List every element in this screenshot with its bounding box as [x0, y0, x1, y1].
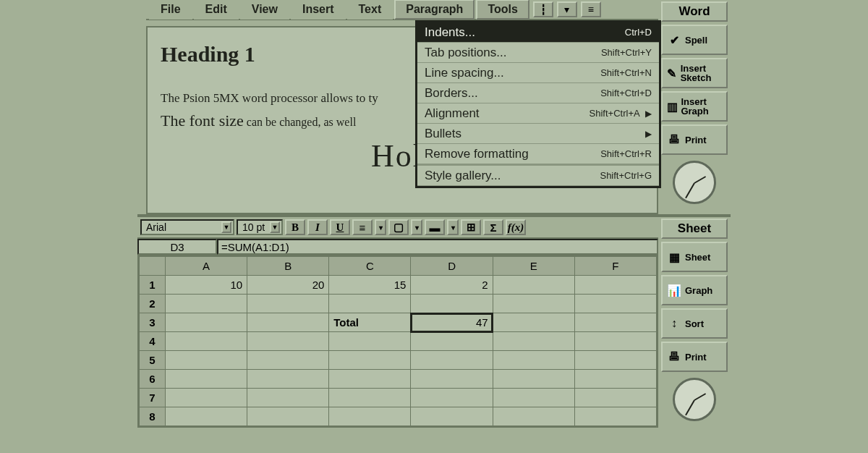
menu-tools[interactable]: Tools	[476, 0, 529, 20]
cell[interactable]	[166, 370, 247, 389]
cell[interactable]	[411, 389, 493, 407]
col-header-f[interactable]: F	[574, 257, 656, 276]
col-header-b[interactable]: B	[247, 257, 329, 276]
menu-item-alignment[interactable]: Alignment Shift+Ctrl+A ▶	[417, 103, 659, 124]
menu-item-line-spacing[interactable]: Line spacing... Shift+Ctrl+N	[417, 63, 659, 83]
font-size-selector[interactable]: 10 pt ▼	[237, 219, 283, 235]
print-button[interactable]: 🖶 Print	[661, 342, 728, 372]
menu-item-remove-formatting[interactable]: Remove formatting Shift+Ctrl+R	[417, 144, 659, 164]
cell[interactable]	[166, 407, 247, 426]
menu-text[interactable]: Text	[347, 0, 393, 20]
cell[interactable]	[411, 351, 493, 370]
cell[interactable]	[574, 370, 656, 389]
row-header-5[interactable]: 5	[140, 351, 166, 370]
cell[interactable]	[411, 407, 493, 426]
italic-button[interactable]: I	[307, 219, 328, 235]
cell[interactable]	[574, 389, 656, 407]
cell-e3[interactable]	[493, 313, 574, 332]
cell[interactable]	[574, 351, 656, 370]
bold-button[interactable]: B	[285, 219, 305, 235]
bulleted-list-icon[interactable]: ≡	[581, 1, 601, 17]
cell[interactable]	[247, 389, 329, 407]
cell-c1[interactable]: 15	[329, 276, 411, 295]
spreadsheet-grid[interactable]: A B C D E F 1 10 20 15 2 2	[137, 255, 658, 428]
underline-button[interactable]: U	[330, 219, 350, 235]
row-header-8[interactable]: 8	[140, 407, 166, 426]
cell[interactable]	[329, 332, 411, 351]
row-header-4[interactable]: 4	[140, 332, 166, 351]
row-header-1[interactable]: 1	[140, 276, 166, 295]
menu-paragraph[interactable]: Paragraph	[394, 0, 475, 20]
col-header-c[interactable]: C	[329, 257, 411, 276]
chevron-down-icon[interactable]: ▼	[270, 221, 280, 233]
row-header-6[interactable]: 6	[140, 370, 166, 389]
cell[interactable]	[493, 332, 574, 351]
row-header-7[interactable]: 7	[140, 389, 166, 407]
fill-button[interactable]: ▬	[425, 219, 445, 235]
cell-reference-box[interactable]: D3	[137, 239, 217, 255]
menu-view[interactable]: View	[240, 0, 289, 20]
cell[interactable]	[329, 351, 411, 370]
col-header-a[interactable]: A	[166, 257, 247, 276]
chevron-down-icon[interactable]: ▼	[221, 221, 231, 233]
cell[interactable]	[493, 389, 574, 407]
spell-button[interactable]: ✔ Spell	[661, 25, 728, 55]
cell-b3[interactable]	[247, 313, 329, 332]
dropdown-icon[interactable]: ▾	[557, 1, 577, 17]
cell[interactable]	[166, 332, 247, 351]
function-button[interactable]: f(x)	[506, 219, 526, 235]
sort-button[interactable]: ↕ Sort	[661, 308, 728, 339]
cell[interactable]	[411, 370, 493, 389]
cell[interactable]	[247, 351, 329, 370]
borders-button[interactable]: ▢	[388, 219, 409, 235]
cell[interactable]	[329, 407, 411, 426]
cell-c3[interactable]: Total	[329, 313, 411, 332]
align-button[interactable]: ≡	[352, 219, 373, 235]
cell[interactable]	[247, 332, 329, 351]
menu-file[interactable]: File	[149, 0, 192, 20]
cell-a1[interactable]: 10	[166, 276, 247, 295]
menu-item-borders[interactable]: Borders... Shift+Ctrl+D	[417, 83, 659, 103]
cell[interactable]	[247, 407, 329, 426]
cell-e1[interactable]	[493, 276, 574, 295]
cell-f3[interactable]	[574, 313, 656, 332]
cell[interactable]	[166, 389, 247, 407]
col-header-d[interactable]: D	[411, 257, 493, 276]
cell-b2[interactable]	[247, 295, 329, 313]
menu-item-style-gallery[interactable]: Style gallery... Shift+Ctrl+G	[417, 166, 659, 186]
graph-button[interactable]: 📊 Graph	[661, 275, 728, 305]
cell-e2[interactable]	[493, 295, 574, 313]
cell-d2[interactable]	[411, 295, 493, 313]
col-header-e[interactable]: E	[493, 257, 574, 276]
dotted-list-icon[interactable]: ┇	[533, 1, 553, 17]
freeze-button[interactable]: ⊞	[461, 219, 481, 235]
borders-dropdown-icon[interactable]: ▾	[411, 219, 422, 235]
fill-dropdown-icon[interactable]: ▾	[447, 219, 459, 235]
menu-item-tab-positions[interactable]: Tab positions... Shift+Ctrl+Y	[417, 43, 659, 63]
cell[interactable]	[493, 351, 574, 370]
cell[interactable]	[411, 332, 493, 351]
sheet-button[interactable]: ▦ Sheet	[661, 242, 728, 272]
cell[interactable]	[166, 351, 247, 370]
insert-graph-button[interactable]: ▥ Insert Graph	[661, 91, 728, 122]
sum-button[interactable]: Σ	[483, 219, 503, 235]
cell[interactable]	[493, 370, 574, 389]
cell-c2[interactable]	[329, 295, 411, 313]
cell[interactable]	[329, 370, 411, 389]
cell[interactable]	[574, 407, 656, 426]
insert-sketch-button[interactable]: ✎ Insert Sketch	[661, 58, 728, 88]
cell-d1[interactable]: 2	[411, 276, 493, 295]
cell-f2[interactable]	[574, 295, 656, 313]
cell[interactable]	[574, 332, 656, 351]
row-header-2[interactable]: 2	[140, 295, 166, 313]
cell-d3-selected[interactable]: 47	[411, 313, 493, 332]
cell-a3[interactable]	[166, 313, 247, 332]
cell-f1[interactable]	[574, 276, 656, 295]
menu-item-bullets[interactable]: Bullets ▶	[417, 124, 659, 144]
menu-item-indents[interactable]: Indents... Ctrl+D	[417, 22, 659, 43]
corner-cell[interactable]	[140, 257, 166, 276]
cell[interactable]	[493, 407, 574, 426]
menu-edit[interactable]: Edit	[194, 0, 239, 20]
row-header-3[interactable]: 3	[140, 313, 166, 332]
menu-insert[interactable]: Insert	[291, 0, 346, 20]
